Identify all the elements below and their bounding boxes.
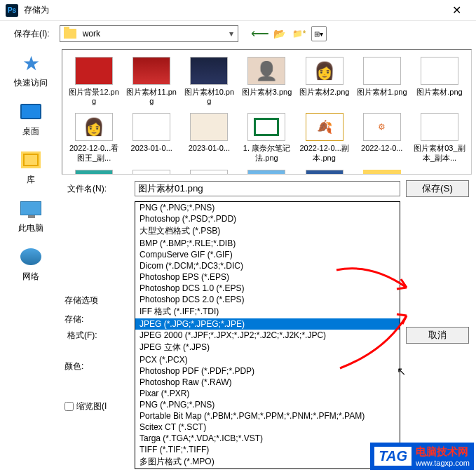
file-item[interactable]: 图片素材10.png	[180, 55, 238, 107]
folder-icon	[64, 29, 76, 39]
format-option[interactable]: Photoshop Raw (*.RAW)	[135, 377, 400, 388]
file-item[interactable]: 图片素材03_副本 nng	[65, 168, 123, 175]
views-icon[interactable]: ⊞▾	[311, 26, 327, 41]
up-one-level-icon[interactable]: 📂	[272, 26, 287, 41]
format-option[interactable]: Photoshop EPS (*.EPS)	[135, 271, 400, 283]
file-thumbnail	[75, 57, 113, 85]
file-thumbnail	[421, 57, 458, 85]
file-name: 图片素材.png	[416, 88, 462, 97]
format-option[interactable]: Pixar (*.PXR)	[135, 388, 400, 399]
file-item[interactable]: 图片素材2.png	[296, 55, 353, 107]
file-name: 2022-12-0...	[361, 144, 402, 153]
file-name: 2023-01-0...	[131, 144, 172, 153]
file-item[interactable]: 图片素材11.png	[123, 55, 180, 107]
file-name: 图片素材11.png	[125, 88, 177, 106]
file-item[interactable]: 2023-01-0...	[180, 112, 238, 163]
library-icon	[20, 149, 42, 171]
file-item[interactable]: 图片素材.png	[411, 55, 468, 107]
format-option[interactable]: PNG (*.PNG;*.PNS)	[135, 202, 400, 213]
file-name: 1. 康奈尔笔记法.png	[240, 144, 292, 162]
format-option[interactable]: Photoshop DCS 1.0 (*.EPS)	[135, 283, 400, 294]
format-option[interactable]: 大型文档格式 (*.PSB)	[135, 224, 400, 238]
format-option[interactable]: JPEG 2000 (*.JPF;*.JPX;*.JP2;*.J2C;*.J2K…	[135, 330, 400, 341]
network-icon	[20, 245, 42, 268]
sidebar-this-pc[interactable]: 此电脑	[18, 197, 43, 234]
file-item[interactable]: 图片素材1.png	[353, 55, 411, 107]
format-option[interactable]: Targa (*.TGA;*.VDA;*.ICB;*.VST)	[135, 433, 400, 444]
new-folder-icon[interactable]: 📁*	[292, 26, 307, 41]
back-icon[interactable]: ⟵	[252, 26, 268, 41]
format-option[interactable]: Photoshop PDF (*.PDF;*.PDP)	[135, 365, 400, 377]
sidebar-network[interactable]: 网络	[20, 245, 42, 283]
format-option[interactable]: Portable Bit Map (*.PBM;*.PGM;*.PPM;*.PN…	[135, 410, 400, 422]
cancel-button[interactable]: 取消	[406, 327, 469, 344]
file-name: 2022-12-0...副本.png	[299, 144, 351, 162]
file-item[interactable]: 图片素材3.png	[238, 55, 295, 107]
file-thumbnail	[421, 113, 458, 141]
sidebar-desktop[interactable]: 桌面	[20, 100, 42, 137]
sidebar-label: 桌面	[22, 126, 39, 137]
file-item[interactable]: 2022-12-0...	[353, 112, 411, 163]
format-option[interactable]: Scitex CT (*.SCT)	[135, 422, 400, 433]
cursor-icon: ↖	[397, 365, 406, 378]
store-options-label: 存储选项	[64, 295, 107, 306]
file-thumbnail	[75, 113, 113, 141]
format-option[interactable]: Photoshop (*.PSD;*.PDD)	[135, 213, 400, 224]
file-thumbnail	[247, 57, 285, 85]
file-name: 图片素材10.png	[183, 88, 235, 106]
file-thumbnail	[75, 170, 113, 175]
format-option[interactable]: JPEG (*.JPG;*.JPEG;*.JPE)	[135, 318, 400, 330]
file-thumbnail	[363, 170, 401, 175]
path-text: work	[80, 29, 225, 39]
file-thumbnail	[363, 113, 401, 141]
format-option[interactable]: Photoshop DCS 2.0 (*.EPS)	[135, 294, 400, 305]
sidebar-label: 快速访问	[14, 77, 48, 89]
file-item[interactable]: 2022-12-0...看图王_副...	[65, 112, 123, 163]
filename-input[interactable]	[135, 181, 400, 196]
file-name: 图片素材1.png	[357, 88, 407, 97]
file-item[interactable]: 图片背景12.png	[65, 55, 123, 107]
tag-url: www.tagxp.com	[416, 459, 470, 467]
file-thumbnail	[363, 57, 401, 85]
path-combo[interactable]: work ▾	[60, 25, 238, 42]
file-item[interactable]: 2023-01-0...	[123, 112, 180, 163]
color-label: 颜色:	[64, 360, 83, 372]
file-thumbnail	[306, 170, 344, 175]
save-button[interactable]: 保存(S)	[406, 180, 469, 197]
format-option[interactable]: PNG (*.PNG;*.PNS)	[135, 399, 400, 410]
chevron-down-icon[interactable]: ▾	[225, 29, 238, 39]
file-thumbnail	[132, 57, 170, 85]
format-option[interactable]: IFF 格式 (*.IFF;*.TDI)	[135, 305, 400, 318]
format-option[interactable]: JPEG 立体 (*.JPS)	[135, 341, 400, 354]
thumbnail-checkbox[interactable]	[64, 402, 74, 411]
file-name: 2023-01-0...	[189, 144, 230, 153]
file-item[interactable]: 图片素材04 nng	[180, 168, 238, 175]
sidebar-label: 库	[27, 174, 35, 186]
format-option[interactable]: TIFF (*.TIF;*.TIFF)	[135, 444, 400, 455]
sidebar-label: 此电脑	[18, 222, 43, 234]
file-list[interactable]: 图片背景12.png图片素材11.png图片素材10.png图片素材3.png图…	[62, 49, 472, 175]
format-option[interactable]: 多图片格式 (*.MPO)	[135, 455, 400, 468]
file-name: 图片素材03_副本_副本...	[414, 144, 465, 162]
format-option[interactable]: CompuServe GIF (*.GIF)	[135, 249, 400, 260]
format-option[interactable]: BMP (*.BMP;*.RLE;*.DIB)	[135, 238, 400, 249]
sidebar-library[interactable]: 库	[20, 149, 42, 186]
tag-text: 电脑技术网	[416, 445, 468, 457]
file-item[interactable]: 2月1号: dav142	[353, 168, 411, 175]
file-thumbnail	[132, 170, 170, 175]
close-button[interactable]: ✕	[442, 0, 470, 21]
file-item[interactable]: 2022-10-0...	[238, 168, 295, 175]
file-item[interactable]: 图片素材03 nng	[123, 168, 180, 175]
sidebar-quick-access[interactable]: ★ 快速访问	[14, 52, 48, 89]
file-item[interactable]: 图片素材03_副本_副本...	[411, 112, 468, 163]
format-option[interactable]: PCX (*.PCX)	[135, 354, 400, 365]
file-thumbnail	[190, 113, 228, 141]
file-item[interactable]: 图片素材01 nng	[296, 168, 353, 175]
format-dropdown[interactable]: PNG (*.PNG;*.PNS)Photoshop (*.PSD;*.PDD)…	[135, 201, 400, 469]
sidebar-label: 网络	[22, 271, 39, 283]
store-label: 存储:	[64, 313, 107, 325]
file-item[interactable]: 2022-12-0...副本.png	[296, 112, 353, 163]
file-item[interactable]: 1. 康奈尔笔记法.png	[238, 112, 295, 163]
format-option[interactable]: Dicom (*.DCM;*.DC3;*.DIC)	[135, 260, 400, 271]
file-thumbnail	[132, 113, 170, 141]
